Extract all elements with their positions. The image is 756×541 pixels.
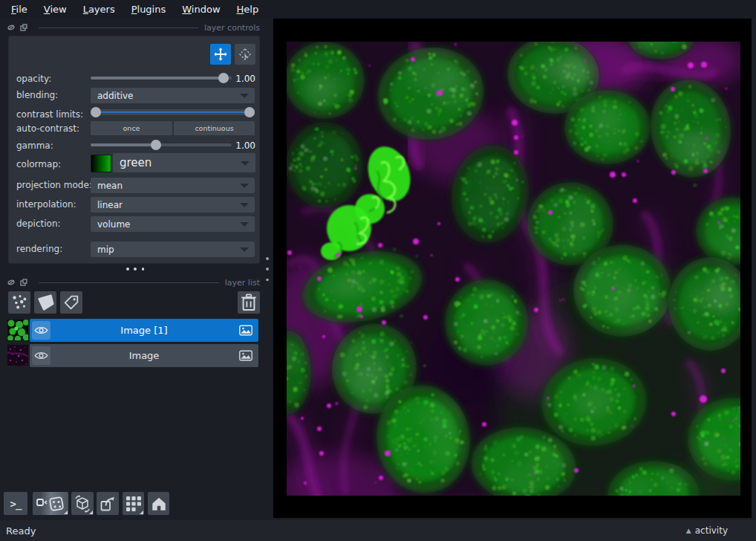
status-bar: Ready ▲ activity <box>0 520 756 541</box>
chevron-down-icon <box>240 184 249 188</box>
depiction-value: volume <box>97 219 130 230</box>
rendering-value: mip <box>97 244 114 255</box>
home-reset-view-button[interactable] <box>148 492 169 515</box>
layer-list-title: layer list <box>225 278 260 288</box>
opacity-slider-handle[interactable] <box>218 73 229 83</box>
microscopy-image <box>287 42 740 496</box>
chevron-up-icon: ▲ <box>686 527 691 534</box>
move-arrows-icon <box>213 47 228 62</box>
ndisplay-toggle-button[interactable] <box>33 492 68 515</box>
viewer-canvas[interactable] <box>273 19 752 518</box>
opacity-label: opacity: <box>16 74 51 84</box>
gamma-label: gamma: <box>16 140 53 151</box>
colormap-select[interactable]: green <box>113 153 255 172</box>
projection-mode-label: projection mode: <box>16 180 92 190</box>
new-points-layer-button[interactable] <box>8 291 30 314</box>
layer-controls-title: layer controls <box>204 23 260 33</box>
trash-icon <box>241 294 257 311</box>
menu-bar: File View Layers Plugins Window Help <box>0 0 756 19</box>
chevron-down-icon <box>240 203 249 207</box>
dock-title-line <box>39 27 198 28</box>
interpolation-value: linear <box>97 200 123 210</box>
dock-float-icon[interactable] <box>20 24 27 31</box>
console-icon: >_ <box>10 498 22 510</box>
layer-list-titlebar: layer list <box>7 276 260 288</box>
menu-indicator <box>64 511 68 514</box>
rendering-select[interactable]: mip <box>91 242 255 257</box>
auto-contrast-label: auto-contrast: <box>16 123 79 134</box>
contrast-limits-low-handle[interactable] <box>91 107 101 117</box>
chevron-down-icon <box>240 247 249 252</box>
blending-value: additive <box>97 91 133 101</box>
main-splitter-handle[interactable] <box>264 257 270 281</box>
auto-contrast-once-button[interactable]: once <box>91 121 172 135</box>
status-message: Ready <box>6 525 36 537</box>
chevron-down-icon <box>240 222 249 227</box>
dock-hide-icon[interactable] <box>7 24 15 31</box>
image-layer-type-icon <box>239 325 252 336</box>
menu-layers[interactable]: Layers <box>75 2 123 16</box>
auto-contrast-continuous-button[interactable]: continuous <box>174 121 255 135</box>
layer-name: Image [1] <box>30 319 258 342</box>
layer-row-image[interactable]: Image <box>30 344 258 367</box>
labels-tag-icon <box>62 294 80 311</box>
chevron-down-icon <box>241 161 250 166</box>
opacity-value: 1.00 <box>230 74 255 84</box>
depiction-label: depiction: <box>16 218 61 229</box>
grid-icon <box>126 496 142 512</box>
new-labels-layer-button[interactable] <box>60 291 82 314</box>
colormap-label: colormap: <box>16 159 61 169</box>
dock-float-icon[interactable] <box>20 279 27 286</box>
layer-name: Image <box>30 344 258 367</box>
image-layer-type-icon <box>239 350 252 361</box>
interpolation-select[interactable]: linear <box>91 197 255 213</box>
blending-select[interactable]: additive <box>91 88 255 103</box>
menu-plugins[interactable]: Plugins <box>123 2 175 16</box>
chevron-down-icon <box>240 94 249 98</box>
activity-label: activity <box>695 525 728 536</box>
menu-indicator <box>140 511 143 514</box>
new-shapes-layer-button[interactable] <box>34 291 56 314</box>
interpolation-label: interpolation: <box>16 199 76 210</box>
pan-mode-button[interactable] <box>210 44 231 65</box>
menu-help[interactable]: Help <box>229 2 267 16</box>
layer-row-image-1[interactable]: Image [1] <box>30 319 258 342</box>
points-icon <box>10 294 28 311</box>
menu-file[interactable]: File <box>3 2 36 16</box>
transform-mode-button[interactable] <box>235 44 255 65</box>
colormap-gradient-swatch <box>91 155 111 172</box>
gamma-value: 1.00 <box>230 140 255 151</box>
contrast-limits-label: contrast limits: <box>16 109 83 120</box>
menu-window[interactable]: Window <box>174 2 228 16</box>
roll-cube-icon <box>74 495 91 513</box>
transpose-dimensions-button[interactable] <box>97 492 119 515</box>
menu-indicator <box>89 511 93 514</box>
gamma-slider[interactable] <box>91 140 232 150</box>
layer-thumbnail <box>7 345 28 366</box>
transpose-icon <box>99 495 117 513</box>
opacity-slider[interactable] <box>91 73 232 83</box>
console-button[interactable]: >_ <box>4 492 27 515</box>
dock-hide-icon[interactable] <box>7 279 15 286</box>
depiction-select[interactable]: volume <box>91 216 255 232</box>
shapes-icon <box>36 294 54 311</box>
projection-mode-select[interactable]: mean <box>91 178 255 193</box>
projection-mode-value: mean <box>97 181 123 191</box>
menu-view[interactable]: View <box>36 2 75 16</box>
colormap-value: green <box>120 156 151 169</box>
layer-thumbnail <box>7 320 28 340</box>
roll-dimensions-button[interactable] <box>71 492 94 515</box>
contrast-limits-slider[interactable] <box>91 107 255 117</box>
gamma-slider-handle[interactable] <box>151 140 161 150</box>
activity-toggle[interactable]: ▲ activity <box>686 525 728 536</box>
dock-splitter-handle[interactable] <box>126 268 144 272</box>
rendering-label: rendering: <box>16 244 62 254</box>
delete-layer-button[interactable] <box>238 291 260 314</box>
transform-icon <box>238 47 252 62</box>
home-icon <box>151 496 167 512</box>
layer-controls-titlebar: layer controls <box>7 22 260 33</box>
blending-label: blending: <box>16 90 58 100</box>
grid-view-button[interactable] <box>123 492 144 515</box>
dock-title-line <box>39 282 219 283</box>
contrast-limits-high-handle[interactable] <box>244 107 255 117</box>
